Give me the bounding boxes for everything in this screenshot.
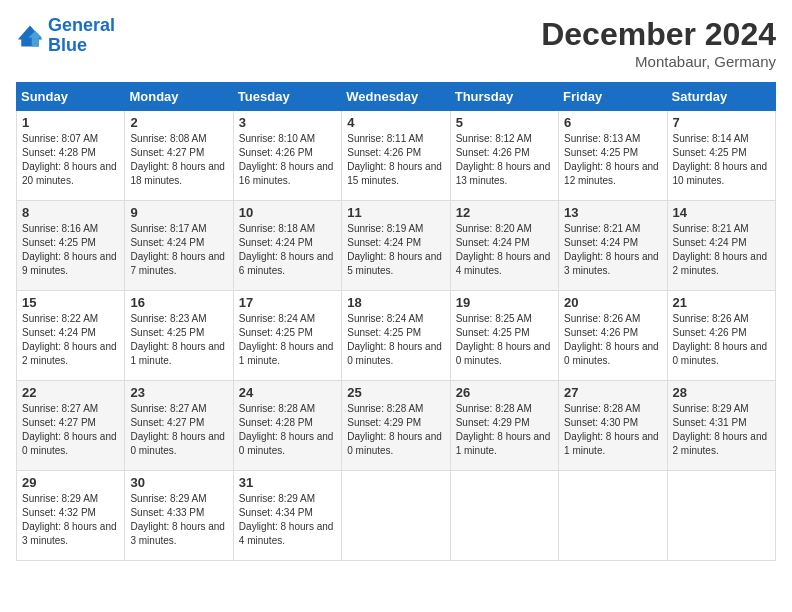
calendar-day-cell: 20 Sunrise: 8:26 AMSunset: 4:26 PMDaylig…	[559, 291, 667, 381]
calendar-day-cell: 3 Sunrise: 8:10 AMSunset: 4:26 PMDayligh…	[233, 111, 341, 201]
day-info: Sunrise: 8:24 AMSunset: 4:25 PMDaylight:…	[239, 312, 336, 368]
calendar-day-cell: 21 Sunrise: 8:26 AMSunset: 4:26 PMDaylig…	[667, 291, 775, 381]
day-number: 3	[239, 115, 336, 130]
day-info: Sunrise: 8:28 AMSunset: 4:30 PMDaylight:…	[564, 402, 661, 458]
day-info: Sunrise: 8:20 AMSunset: 4:24 PMDaylight:…	[456, 222, 553, 278]
day-number: 24	[239, 385, 336, 400]
calendar-day-cell: 8 Sunrise: 8:16 AMSunset: 4:25 PMDayligh…	[17, 201, 125, 291]
logo: General Blue	[16, 16, 115, 56]
calendar-day-cell: 19 Sunrise: 8:25 AMSunset: 4:25 PMDaylig…	[450, 291, 558, 381]
calendar-week-row: 1 Sunrise: 8:07 AMSunset: 4:28 PMDayligh…	[17, 111, 776, 201]
day-number: 8	[22, 205, 119, 220]
day-number: 18	[347, 295, 444, 310]
day-number: 15	[22, 295, 119, 310]
page-header: General Blue December 2024 Montabaur, Ge…	[16, 16, 776, 70]
calendar-week-row: 15 Sunrise: 8:22 AMSunset: 4:24 PMDaylig…	[17, 291, 776, 381]
day-number: 10	[239, 205, 336, 220]
calendar-day-cell: 9 Sunrise: 8:17 AMSunset: 4:24 PMDayligh…	[125, 201, 233, 291]
day-info: Sunrise: 8:21 AMSunset: 4:24 PMDaylight:…	[564, 222, 661, 278]
day-info: Sunrise: 8:25 AMSunset: 4:25 PMDaylight:…	[456, 312, 553, 368]
calendar-day-cell: 5 Sunrise: 8:12 AMSunset: 4:26 PMDayligh…	[450, 111, 558, 201]
day-info: Sunrise: 8:29 AMSunset: 4:34 PMDaylight:…	[239, 492, 336, 548]
day-info: Sunrise: 8:24 AMSunset: 4:25 PMDaylight:…	[347, 312, 444, 368]
calendar-day-cell: 23 Sunrise: 8:27 AMSunset: 4:27 PMDaylig…	[125, 381, 233, 471]
calendar-day-cell: 11 Sunrise: 8:19 AMSunset: 4:24 PMDaylig…	[342, 201, 450, 291]
calendar-day-cell: 10 Sunrise: 8:18 AMSunset: 4:24 PMDaylig…	[233, 201, 341, 291]
location: Montabaur, Germany	[541, 53, 776, 70]
day-info: Sunrise: 8:11 AMSunset: 4:26 PMDaylight:…	[347, 132, 444, 188]
day-number: 5	[456, 115, 553, 130]
calendar-day-cell: 17 Sunrise: 8:24 AMSunset: 4:25 PMDaylig…	[233, 291, 341, 381]
day-info: Sunrise: 8:28 AMSunset: 4:29 PMDaylight:…	[347, 402, 444, 458]
day-number: 14	[673, 205, 770, 220]
day-number: 25	[347, 385, 444, 400]
day-number: 22	[22, 385, 119, 400]
day-number: 21	[673, 295, 770, 310]
day-number: 29	[22, 475, 119, 490]
day-number: 4	[347, 115, 444, 130]
day-info: Sunrise: 8:23 AMSunset: 4:25 PMDaylight:…	[130, 312, 227, 368]
day-number: 9	[130, 205, 227, 220]
day-info: Sunrise: 8:13 AMSunset: 4:25 PMDaylight:…	[564, 132, 661, 188]
day-number: 31	[239, 475, 336, 490]
day-number: 17	[239, 295, 336, 310]
calendar-header: SundayMondayTuesdayWednesdayThursdayFrid…	[17, 83, 776, 111]
day-info: Sunrise: 8:26 AMSunset: 4:26 PMDaylight:…	[673, 312, 770, 368]
day-info: Sunrise: 8:19 AMSunset: 4:24 PMDaylight:…	[347, 222, 444, 278]
logo-icon	[16, 22, 44, 50]
day-info: Sunrise: 8:29 AMSunset: 4:32 PMDaylight:…	[22, 492, 119, 548]
day-info: Sunrise: 8:22 AMSunset: 4:24 PMDaylight:…	[22, 312, 119, 368]
calendar-table: SundayMondayTuesdayWednesdayThursdayFrid…	[16, 82, 776, 561]
day-info: Sunrise: 8:29 AMSunset: 4:33 PMDaylight:…	[130, 492, 227, 548]
calendar-day-cell: 15 Sunrise: 8:22 AMSunset: 4:24 PMDaylig…	[17, 291, 125, 381]
calendar-day-cell: 2 Sunrise: 8:08 AMSunset: 4:27 PMDayligh…	[125, 111, 233, 201]
calendar-day-cell: 25 Sunrise: 8:28 AMSunset: 4:29 PMDaylig…	[342, 381, 450, 471]
calendar-day-cell	[342, 471, 450, 561]
day-info: Sunrise: 8:16 AMSunset: 4:25 PMDaylight:…	[22, 222, 119, 278]
day-number: 2	[130, 115, 227, 130]
day-number: 27	[564, 385, 661, 400]
day-info: Sunrise: 8:14 AMSunset: 4:25 PMDaylight:…	[673, 132, 770, 188]
calendar-day-cell	[450, 471, 558, 561]
calendar-day-cell: 22 Sunrise: 8:27 AMSunset: 4:27 PMDaylig…	[17, 381, 125, 471]
day-number: 20	[564, 295, 661, 310]
day-number: 30	[130, 475, 227, 490]
day-info: Sunrise: 8:28 AMSunset: 4:29 PMDaylight:…	[456, 402, 553, 458]
calendar-day-cell: 29 Sunrise: 8:29 AMSunset: 4:32 PMDaylig…	[17, 471, 125, 561]
calendar-day-cell: 27 Sunrise: 8:28 AMSunset: 4:30 PMDaylig…	[559, 381, 667, 471]
calendar-day-cell: 6 Sunrise: 8:13 AMSunset: 4:25 PMDayligh…	[559, 111, 667, 201]
day-number: 16	[130, 295, 227, 310]
day-info: Sunrise: 8:07 AMSunset: 4:28 PMDaylight:…	[22, 132, 119, 188]
day-number: 12	[456, 205, 553, 220]
day-number: 11	[347, 205, 444, 220]
calendar-day-cell: 14 Sunrise: 8:21 AMSunset: 4:24 PMDaylig…	[667, 201, 775, 291]
day-number: 19	[456, 295, 553, 310]
calendar-day-cell: 16 Sunrise: 8:23 AMSunset: 4:25 PMDaylig…	[125, 291, 233, 381]
calendar-day-cell: 13 Sunrise: 8:21 AMSunset: 4:24 PMDaylig…	[559, 201, 667, 291]
day-info: Sunrise: 8:10 AMSunset: 4:26 PMDaylight:…	[239, 132, 336, 188]
day-info: Sunrise: 8:17 AMSunset: 4:24 PMDaylight:…	[130, 222, 227, 278]
day-info: Sunrise: 8:18 AMSunset: 4:24 PMDaylight:…	[239, 222, 336, 278]
day-info: Sunrise: 8:29 AMSunset: 4:31 PMDaylight:…	[673, 402, 770, 458]
calendar-day-cell: 28 Sunrise: 8:29 AMSunset: 4:31 PMDaylig…	[667, 381, 775, 471]
month-title: December 2024	[541, 16, 776, 53]
day-info: Sunrise: 8:27 AMSunset: 4:27 PMDaylight:…	[22, 402, 119, 458]
calendar-day-cell	[559, 471, 667, 561]
day-info: Sunrise: 8:08 AMSunset: 4:27 PMDaylight:…	[130, 132, 227, 188]
day-number: 23	[130, 385, 227, 400]
day-number: 13	[564, 205, 661, 220]
calendar-day-cell: 1 Sunrise: 8:07 AMSunset: 4:28 PMDayligh…	[17, 111, 125, 201]
calendar-day-cell: 18 Sunrise: 8:24 AMSunset: 4:25 PMDaylig…	[342, 291, 450, 381]
logo-general: General	[48, 15, 115, 35]
calendar-day-cell: 26 Sunrise: 8:28 AMSunset: 4:29 PMDaylig…	[450, 381, 558, 471]
calendar-week-row: 29 Sunrise: 8:29 AMSunset: 4:32 PMDaylig…	[17, 471, 776, 561]
day-number: 28	[673, 385, 770, 400]
title-block: December 2024 Montabaur, Germany	[541, 16, 776, 70]
weekday-header: Thursday	[450, 83, 558, 111]
calendar-day-cell: 30 Sunrise: 8:29 AMSunset: 4:33 PMDaylig…	[125, 471, 233, 561]
weekday-header: Tuesday	[233, 83, 341, 111]
calendar-day-cell: 7 Sunrise: 8:14 AMSunset: 4:25 PMDayligh…	[667, 111, 775, 201]
day-info: Sunrise: 8:12 AMSunset: 4:26 PMDaylight:…	[456, 132, 553, 188]
day-info: Sunrise: 8:21 AMSunset: 4:24 PMDaylight:…	[673, 222, 770, 278]
day-number: 1	[22, 115, 119, 130]
